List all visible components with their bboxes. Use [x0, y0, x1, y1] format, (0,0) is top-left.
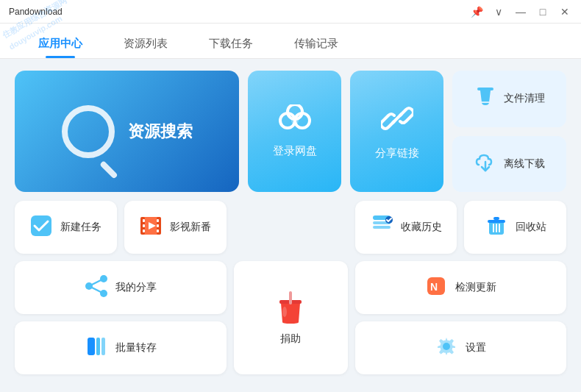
svg-rect-35 [96, 338, 100, 355]
svg-point-29 [100, 275, 107, 282]
grid-row-1: 新建任务 [15, 201, 566, 254]
svg-text:N: N [430, 281, 438, 293]
svg-rect-16 [157, 224, 159, 227]
batch-transfer-item[interactable]: 批量转存 [15, 321, 227, 374]
svg-rect-12 [143, 219, 145, 222]
nav-item-transfer-log[interactable]: 传输记录 [274, 37, 359, 58]
svg-point-31 [100, 290, 107, 297]
chevron-button[interactable]: ∨ [491, 4, 506, 19]
top-row: 资源搜索 登录网盘 [15, 71, 566, 192]
check-update-label: 检测更新 [455, 281, 496, 294]
donate-label: 捐助 [280, 332, 301, 346]
nav-item-download-task[interactable]: 下载任务 [188, 37, 274, 58]
search-label: 资源搜索 [128, 121, 193, 143]
offline-label: 离线下载 [504, 157, 545, 171]
share-link-label: 分享链接 [375, 146, 419, 160]
svg-point-30 [85, 282, 93, 290]
settings-label: 设置 [466, 341, 486, 354]
batch-transfer-label: 批量转存 [115, 341, 157, 354]
login-card[interactable]: 登录网盘 [248, 71, 341, 192]
right-col-2: N 检测更新 设置 [355, 261, 567, 374]
bookmark-icon [370, 214, 393, 240]
svg-point-39 [282, 307, 287, 317]
svg-point-3 [291, 117, 299, 124]
trash-icon [485, 214, 508, 240]
recycle-item[interactable]: 回收站 [464, 201, 566, 254]
donate-item[interactable]: 捐助 [234, 261, 348, 374]
mid-cards: 登录网盘 分享链接 [248, 71, 443, 192]
update-icon: N [424, 274, 448, 301]
login-label: 登录网盘 [273, 144, 317, 158]
media-new-label: 影视新番 [170, 221, 211, 234]
pin-button[interactable]: 📌 [469, 4, 484, 19]
search-card[interactable]: 资源搜索 [15, 71, 239, 192]
share-icon [85, 274, 108, 301]
nav-item-app-center[interactable]: 应用中心 [18, 37, 103, 58]
svg-rect-24 [488, 220, 505, 223]
new-task-label: 新建任务 [60, 221, 101, 234]
minimize-button[interactable]: — [513, 4, 528, 19]
favorites-label: 收藏历史 [401, 221, 442, 234]
svg-rect-38 [289, 291, 292, 304]
svg-rect-21 [373, 226, 391, 229]
download-cloud-icon [474, 152, 496, 177]
my-share-label: 我的分享 [115, 281, 157, 294]
maximize-button[interactable]: □ [535, 4, 550, 19]
recycle-label: 回收站 [516, 221, 546, 234]
film-icon [139, 214, 163, 240]
search-icon [62, 105, 115, 158]
svg-rect-25 [493, 217, 499, 220]
svg-rect-5 [477, 88, 493, 90]
clean-label: 文件清理 [504, 92, 545, 105]
navbar: 应用中心 资源列表 下载任务 传输记录 [0, 24, 581, 59]
new-task-item[interactable]: 新建任务 [15, 201, 117, 254]
broom-icon [474, 86, 496, 111]
svg-rect-15 [157, 219, 159, 222]
share-link-card[interactable]: 分享链接 [350, 71, 443, 192]
main-content: 资源搜索 登录网盘 [0, 59, 581, 386]
media-new-item[interactable]: 影视新番 [124, 201, 227, 254]
close-button[interactable]: ✕ [557, 4, 572, 19]
grid-row-2-wrapper: 我的分享 批量转存 [15, 261, 566, 374]
offline-card[interactable]: 离线下载 [452, 136, 566, 193]
svg-line-33 [92, 288, 101, 292]
layers-icon [85, 335, 108, 361]
svg-rect-17 [157, 229, 159, 232]
link-icon [381, 102, 413, 138]
svg-rect-14 [143, 229, 145, 232]
left-col-2: 我的分享 批量转存 [15, 261, 227, 374]
favorites-item[interactable]: 收藏历史 [355, 201, 457, 254]
donate-spacer [234, 201, 348, 254]
app-title: Pandownload [9, 7, 63, 17]
svg-rect-13 [143, 224, 145, 227]
donate-icon [275, 290, 306, 328]
cloud-icon [276, 104, 314, 135]
titlebar: Pandownload 📌 ∨ — □ ✕ [0, 0, 581, 24]
window-controls: 📌 ∨ — □ ✕ [469, 4, 572, 19]
nav-item-resource-list[interactable]: 资源列表 [103, 37, 188, 58]
my-share-item[interactable]: 我的分享 [15, 261, 227, 314]
clean-card[interactable]: 文件清理 [452, 71, 566, 127]
svg-rect-34 [88, 338, 95, 355]
check-icon [29, 214, 53, 240]
right-cards: 文件清理 离线下载 [452, 71, 566, 192]
bottom-rows: 新建任务 [15, 201, 566, 374]
svg-line-32 [92, 280, 101, 285]
check-update-item[interactable]: N 检测更新 [355, 261, 567, 314]
settings-item[interactable]: 设置 [355, 321, 567, 374]
svg-rect-36 [101, 338, 105, 355]
settings-icon [435, 335, 458, 361]
